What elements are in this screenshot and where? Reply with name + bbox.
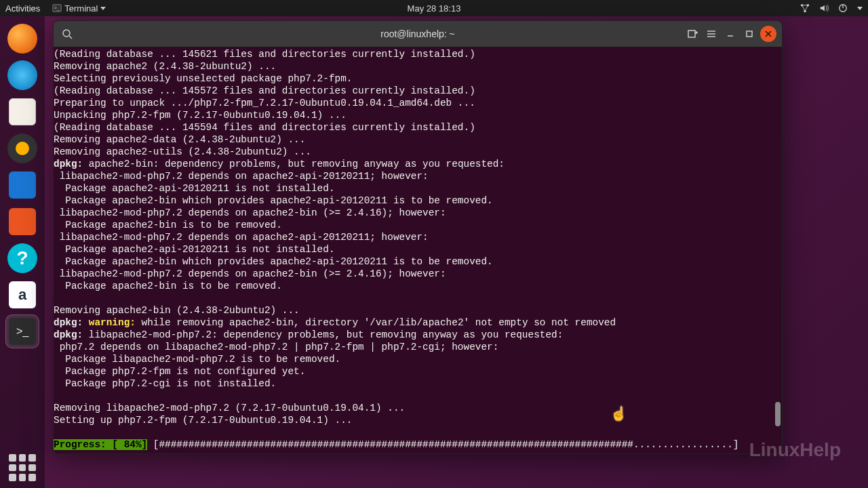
dock-terminal[interactable]: >_ [5,314,39,348]
window-title: root@linuxhelp: ~ [380,28,455,39]
svg-rect-9 [688,30,695,37]
progress-bar: [#######################################… [147,439,745,450]
terminal-window: root@linuxhelp: ~ (Reading database ... … [53,20,783,454]
minimize-button[interactable] [722,26,738,42]
power-icon[interactable] [838,3,848,13]
dock-rhythmbox[interactable] [5,131,39,165]
menu-icon[interactable] [703,26,719,42]
network-icon[interactable] [800,3,810,13]
scrollbar-thumb[interactable] [775,402,781,426]
search-icon[interactable] [59,26,75,42]
svg-line-8 [69,36,72,39]
new-tab-icon[interactable] [684,26,701,42]
dock-firefox[interactable] [5,22,39,56]
volume-icon[interactable] [819,3,829,13]
app-menu[interactable]: >_ Terminal [52,3,106,14]
app-menu-label: Terminal [64,3,98,14]
top-panel: Activities >_ Terminal May 28 18:13 [0,0,868,16]
svg-text:>_: >_ [54,5,60,11]
dock-software[interactable] [5,205,39,239]
chevron-down-icon[interactable] [857,7,863,10]
dock-thunderbird[interactable] [5,58,39,92]
svg-point-7 [63,30,70,37]
progress-label: Progress: [ 84%] [54,439,147,450]
clock[interactable]: May 28 18:13 [408,3,461,14]
dock-show-apps[interactable] [9,454,36,481]
activities-button[interactable]: Activities [5,3,40,14]
dock-amazon[interactable]: a [5,278,39,312]
dock-files[interactable] [5,95,39,129]
maximize-button[interactable] [741,26,757,42]
dock: ? a >_ [0,16,45,488]
dock-help[interactable]: ? [5,241,39,275]
terminal-headerbar: root@linuxhelp: ~ [54,21,782,47]
chevron-down-icon [100,7,106,10]
close-button[interactable] [760,26,776,42]
svg-rect-16 [747,31,752,37]
terminal-output[interactable]: (Reading database ... 145621 files and d… [54,47,782,453]
dock-writer[interactable] [5,168,39,202]
terminal-app-icon: >_ [52,3,62,13]
